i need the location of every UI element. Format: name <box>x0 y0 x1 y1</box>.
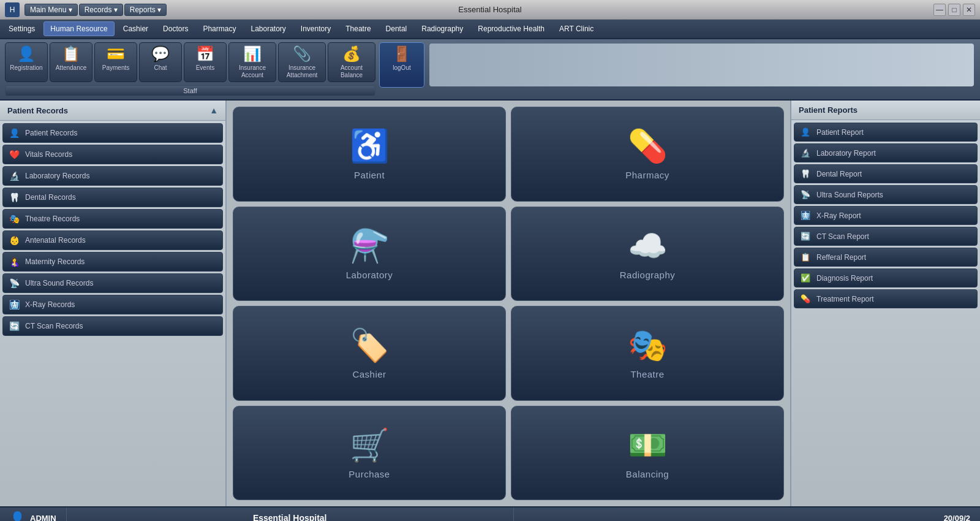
toolbar-insurance-account-btn[interactable]: 📊 InsuranceAccount <box>228 42 276 82</box>
grid-btn-cashier[interactable]: 🏷️ Cashier <box>233 306 506 401</box>
left-panel: Patient Records ▲ 👤 Patient Records ❤️ V… <box>0 101 227 506</box>
status-hospital-name: Essential Hospital <box>253 513 327 521</box>
menu-item-doctors[interactable]: Doctors <box>157 22 194 36</box>
grid-btn-theatre[interactable]: 🎭 Theatre <box>511 306 784 401</box>
list-item-vitals-records[interactable]: ❤️ Vitals Records <box>2 145 223 164</box>
right-item-xray-report[interactable]: 🩻 X-Ray Report <box>794 206 978 225</box>
xray-report-icon: 🩻 <box>801 211 812 220</box>
events-icon: 📅 <box>196 45 214 63</box>
list-item-maternity-records[interactable]: 🤱 Maternity Records <box>2 252 223 272</box>
title-bar: H Main Menu ▾ Records ▾ Reports ▾ Essent… <box>0 0 980 20</box>
toolbar-events-btn[interactable]: 📅 Events <box>184 42 227 82</box>
lab-report-label: Laboratory Report <box>816 149 876 158</box>
right-item-referral-report[interactable]: 📋 Refferal Report <box>794 248 978 267</box>
cashier-grid-label: Cashier <box>352 369 386 379</box>
right-item-ultrasound-report[interactable]: 📡 Ultra Sound Reports <box>794 185 978 204</box>
right-item-diagnosis-report[interactable]: ✅ Diagnosis Report <box>794 268 978 287</box>
toolbar-payments-btn[interactable]: 💳 Payments <box>94 42 137 82</box>
user-icon: 👤 <box>10 511 25 521</box>
menu-item-dental[interactable]: Dental <box>380 22 413 36</box>
treatment-report-label: Treatment Report <box>816 295 874 303</box>
balancing-grid-label: Balancing <box>626 469 669 479</box>
list-item-patient-records[interactable]: 👤 Patient Records <box>2 123 223 143</box>
list-item-laboratory-records[interactable]: 🔬 Laboratory Records <box>2 166 223 186</box>
theatre-records-icon: 🎭 <box>9 214 20 224</box>
status-date: 20/09/2 <box>944 514 970 522</box>
laboratory-records-icon: 🔬 <box>9 171 20 181</box>
theatre-icon: 🎭 <box>628 327 668 364</box>
radiography-icon: ☁️ <box>628 227 668 265</box>
menu-item-theatre[interactable]: Theatre <box>339 22 377 36</box>
menu-item-repro[interactable]: Reproductive Health <box>472 22 551 36</box>
insurance-account-label: InsuranceAccount <box>239 64 266 79</box>
grid-btn-balancing[interactable]: 💵 Balancing <box>511 406 784 501</box>
grid-btn-pharmacy[interactable]: 💊 Pharmacy <box>511 107 784 202</box>
toolbar-attendance-btn[interactable]: 📋 Attendance <box>50 42 92 82</box>
right-item-laboratory-report[interactable]: 🔬 Laboratory Report <box>794 143 978 162</box>
attendance-icon: 📋 <box>62 45 80 63</box>
toolbar-registration-btn[interactable]: 👤 Registration <box>5 42 48 82</box>
grid-btn-laboratory[interactable]: ⚗️ Laboratory <box>233 207 506 302</box>
list-item-xray-label: X-Ray Records <box>25 300 75 309</box>
right-item-treatment-report[interactable]: 💊 Treatment Report <box>794 289 978 308</box>
toolbar-chat-btn[interactable]: 💬 Chat <box>139 42 182 82</box>
main-menu-btn[interactable]: Main Menu ▾ <box>24 4 78 16</box>
diagnosis-report-label: Diagnosis Report <box>816 274 873 283</box>
theatre-grid-label: Theatre <box>630 369 664 379</box>
patient-grid-label: Patient <box>354 170 385 180</box>
menu-item-cashier[interactable]: Cashier <box>117 22 154 36</box>
ctscan-report-label: CT Scan Report <box>816 232 869 241</box>
grid-btn-radiography[interactable]: ☁️ Radiography <box>511 207 784 302</box>
grid-btn-patient[interactable]: ♿ Patient <box>233 107 506 202</box>
menu-item-inventory[interactable]: Inventory <box>295 22 337 36</box>
list-item-maternity-label: Maternity Records <box>25 257 85 266</box>
balancing-icon: 💵 <box>628 427 668 464</box>
list-item-xray-records[interactable]: 🩻 X-Ray Records <box>2 295 223 314</box>
right-item-patient-report[interactable]: 👤 Patient Report <box>794 123 978 142</box>
staff-section-label: Staff <box>5 85 375 96</box>
right-panel-header: Patient Reports <box>791 101 980 120</box>
toolbar-account-balance-btn[interactable]: 💰 AccountBalance <box>328 42 375 82</box>
registration-label: Registration <box>10 64 42 72</box>
toolbar-logout-btn[interactable]: 🚪 logOut <box>379 42 424 88</box>
collapse-btn[interactable]: ▲ <box>209 105 218 115</box>
purchase-grid-label: Purchase <box>349 469 390 479</box>
pharmacy-icon: 💊 <box>628 127 668 165</box>
menu-item-settings[interactable]: Settings <box>2 22 41 36</box>
list-item-dental-records[interactable]: 🦷 Dental Records <box>2 188 223 207</box>
toolbar-insurance-attach-btn[interactable]: 📎 InsuranceAttachment <box>278 42 326 82</box>
close-btn[interactable]: ✕ <box>963 4 975 16</box>
list-item-laboratory-label: Laboratory Records <box>25 172 89 180</box>
right-panel: Patient Reports 👤 Patient Report 🔬 Labor… <box>790 101 980 506</box>
diagnosis-report-icon: ✅ <box>801 273 812 283</box>
toolbar-staff-section: 👤 Registration 📋 Attendance 💳 Payments 💬… <box>5 42 375 96</box>
reports-menu-btn[interactable]: Reports ▾ <box>124 4 167 16</box>
minimize-btn[interactable]: — <box>933 4 946 16</box>
list-item-ctscan-records[interactable]: 🔄 CT Scan Records <box>2 316 223 336</box>
ctscan-records-icon: 🔄 <box>9 321 20 331</box>
list-item-ultrasound-records[interactable]: 📡 Ultra Sound Records <box>2 273 223 293</box>
events-label: Events <box>196 64 215 72</box>
referral-report-label: Refferal Report <box>816 253 866 262</box>
menu-item-laboratory[interactable]: Laboratory <box>244 22 292 36</box>
menu-item-art[interactable]: ART Clinic <box>553 22 600 36</box>
maximize-btn[interactable]: □ <box>948 4 960 16</box>
purchase-icon: 🛒 <box>350 427 390 464</box>
menu-item-hr[interactable]: Human Resource <box>43 21 114 36</box>
menu-item-pharmacy[interactable]: Pharmacy <box>197 22 242 36</box>
logout-icon: 🚪 <box>393 45 411 63</box>
records-menu-btn[interactable]: Records ▾ <box>79 4 123 16</box>
insurance-attach-icon: 📎 <box>293 45 311 63</box>
list-item-dental-label: Dental Records <box>25 193 76 202</box>
list-item-theatre-records[interactable]: 🎭 Theatre Records <box>2 209 223 229</box>
right-item-dental-report[interactable]: 🦷 Dental Report <box>794 164 978 183</box>
list-item-antenatal-records[interactable]: 👶 Antenatal Records <box>2 230 223 250</box>
right-item-ctscan-report[interactable]: 🔄 CT Scan Report <box>794 227 978 246</box>
logout-label: logOut <box>393 64 410 72</box>
insurance-account-icon: 📊 <box>243 45 262 63</box>
grid-btn-purchase[interactable]: 🛒 Purchase <box>233 406 506 501</box>
ultrasound-report-label: Ultra Sound Reports <box>816 191 883 199</box>
menu-item-radiography[interactable]: Radiography <box>415 22 469 36</box>
chat-label: Chat <box>154 64 167 72</box>
ultrasound-report-icon: 📡 <box>801 190 812 199</box>
